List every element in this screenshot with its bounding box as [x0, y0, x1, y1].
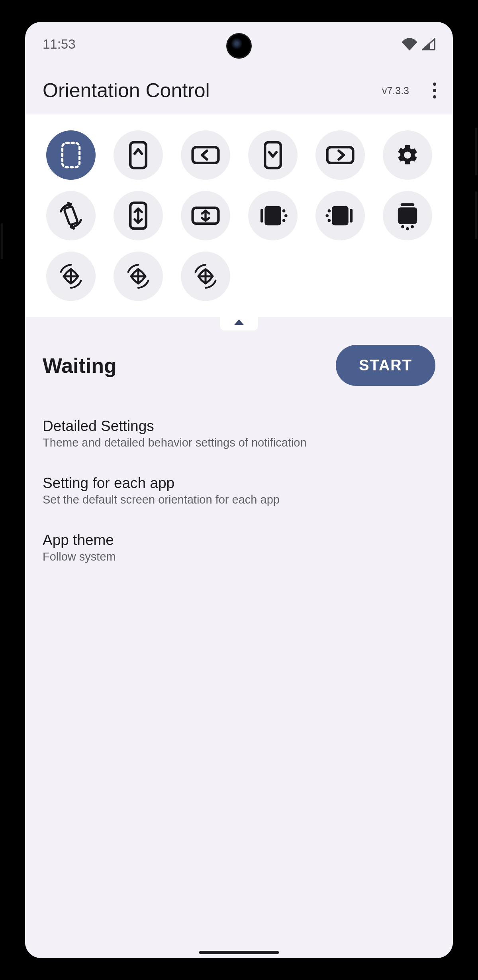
service-status-text: Waiting: [43, 354, 117, 378]
overflow-menu-button[interactable]: [423, 79, 447, 102]
landscape-left-icon: [191, 144, 220, 166]
svg-rect-5: [64, 206, 78, 225]
frame-side-button: [1, 223, 3, 259]
svg-rect-17: [350, 209, 353, 223]
body-area: Waiting START Detailed Settings Theme an…: [25, 317, 453, 958]
force-portrait-icon: [396, 201, 419, 231]
sensor-portrait-any-icon: [124, 262, 153, 291]
svg-rect-4: [327, 147, 353, 163]
svg-point-14: [325, 214, 329, 217]
orientation-force-reverse-landscape-button[interactable]: [315, 191, 365, 240]
orientation-sensor-portrait-button[interactable]: [114, 191, 163, 240]
start-button[interactable]: START: [336, 345, 435, 386]
orientation-sensor-landscape-any-button[interactable]: [181, 252, 230, 301]
orientation-force-portrait-button[interactable]: [383, 191, 432, 240]
frame-side-button: [475, 128, 477, 175]
wifi-icon: [401, 38, 418, 51]
orientation-landscape-button[interactable]: [181, 130, 230, 180]
auto-rotate-icon: [57, 201, 85, 230]
force-landscape-left-icon: [258, 205, 288, 227]
svg-point-15: [327, 219, 331, 222]
orientation-sensor-portrait-any-button[interactable]: [114, 252, 163, 301]
full-sensor-icon: [57, 262, 85, 291]
more-vert-icon: [433, 83, 436, 98]
frame-side-button: [475, 191, 477, 239]
portrait-down-icon: [262, 141, 284, 169]
gear-icon: [396, 143, 419, 167]
orientation-force-landscape-button[interactable]: [248, 191, 298, 240]
orientation-reverse-landscape-button[interactable]: [315, 130, 365, 180]
orientation-auto-rotate-button[interactable]: [46, 191, 96, 240]
app-theme-item[interactable]: App theme Follow system: [43, 519, 435, 576]
svg-point-21: [406, 227, 409, 230]
phone-screen: 11:53 Orientation Control v7.3.3: [25, 22, 453, 958]
orientation-grid-card: [25, 114, 453, 317]
sensor-landscape-any-icon: [191, 262, 220, 291]
portrait-up-icon: [127, 141, 149, 169]
svg-rect-2: [192, 147, 218, 163]
svg-point-10: [282, 209, 285, 213]
svg-point-13: [327, 209, 331, 213]
svg-point-22: [411, 225, 414, 228]
list-item-title: App theme: [43, 532, 435, 549]
svg-rect-0: [62, 143, 79, 167]
svg-point-12: [282, 219, 285, 222]
sensor-landscape-icon: [191, 205, 220, 226]
orientation-sensor-landscape-button[interactable]: [181, 191, 230, 240]
orientation-grid: [43, 130, 435, 301]
app-title: Orientation Control: [43, 79, 210, 102]
orientation-reverse-portrait-button[interactable]: [248, 130, 298, 180]
sensor-portrait-icon: [127, 201, 149, 230]
svg-rect-18: [400, 203, 414, 206]
service-status-row: Waiting START: [43, 345, 435, 386]
per-app-settings-item[interactable]: Setting for each app Set the default scr…: [43, 462, 435, 519]
svg-rect-19: [398, 207, 417, 224]
list-item-subtitle: Set the default screen orientation for e…: [43, 493, 435, 506]
unspecified-icon: [60, 141, 82, 169]
svg-rect-9: [264, 206, 281, 225]
orientation-full-sensor-button[interactable]: [46, 252, 96, 301]
force-landscape-right-icon: [325, 205, 355, 227]
orientation-unspecified-button[interactable]: [46, 130, 96, 180]
status-indicators: [401, 38, 435, 51]
svg-rect-16: [332, 206, 348, 225]
camera-punch-hole: [226, 33, 252, 59]
list-item-title: Setting for each app: [43, 475, 435, 492]
detailed-settings-item[interactable]: Detailed Settings Theme and detailed beh…: [43, 405, 435, 462]
orientation-portrait-button[interactable]: [114, 130, 163, 180]
app-bar: Orientation Control v7.3.3: [25, 67, 453, 114]
list-item-title: Detailed Settings: [43, 418, 435, 435]
landscape-right-icon: [326, 144, 355, 166]
svg-rect-1: [130, 142, 146, 168]
list-item-subtitle: Follow system: [43, 550, 435, 563]
orientation-settings-button[interactable]: [383, 130, 432, 180]
phone-frame: 11:53 Orientation Control v7.3.3: [0, 0, 478, 980]
svg-point-20: [401, 225, 404, 228]
chevron-up-icon: [234, 319, 244, 325]
status-time: 11:53: [43, 37, 76, 52]
list-item-subtitle: Theme and detailed behavior settings of …: [43, 436, 435, 449]
gesture-nav-pill[interactable]: [199, 951, 279, 954]
svg-rect-8: [260, 209, 263, 223]
svg-point-11: [284, 214, 288, 217]
cell-signal-icon: [422, 38, 435, 51]
app-version: v7.3.3: [382, 85, 409, 96]
collapse-grid-button[interactable]: [220, 314, 258, 331]
